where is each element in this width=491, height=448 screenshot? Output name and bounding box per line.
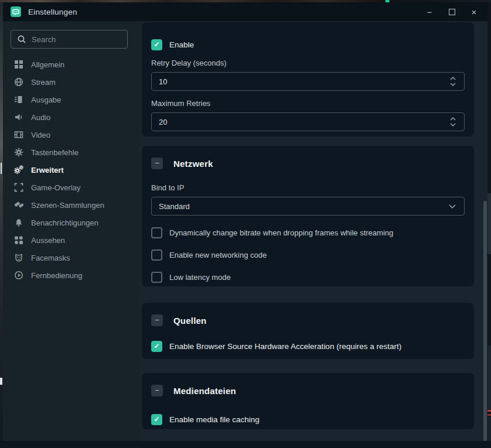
background-artifact xyxy=(1,163,2,174)
bell-icon xyxy=(14,218,23,227)
sidebar-item-label: Benachrichtigungen xyxy=(31,218,98,227)
background-artifact xyxy=(0,378,2,385)
background-red-line xyxy=(487,410,491,412)
sidebar-item-facemasks[interactable]: Facemasks xyxy=(3,249,139,266)
stepper-up-button[interactable] xyxy=(449,116,457,122)
section-connection: ✓ Enable Retry Delay (seconds) Maximum R… xyxy=(142,22,474,136)
window-controls: − × xyxy=(418,2,485,21)
browser-hw-accel-checkbox[interactable]: ✓ xyxy=(151,341,162,352)
search-input[interactable] xyxy=(32,35,122,44)
sidebar-item-benachrichtigungen[interactable]: Benachrichtigungen xyxy=(3,214,139,231)
retry-delay-label: Retry Delay (seconds) xyxy=(151,59,465,67)
expand-icon xyxy=(14,183,23,192)
sidebar-item-label: Tastenbefehle xyxy=(31,148,79,157)
desktop-background-bottom xyxy=(0,441,491,448)
section-header: − Quellen xyxy=(151,314,465,326)
stepper xyxy=(449,76,457,87)
stepper-up-button[interactable] xyxy=(449,76,457,81)
stepper-down-button[interactable] xyxy=(449,81,457,87)
search-box[interactable] xyxy=(11,30,128,49)
mask-icon xyxy=(14,253,23,262)
low-latency-checkbox[interactable] xyxy=(151,272,162,283)
close-button[interactable]: × xyxy=(463,2,485,21)
section-header: − Mediendateien xyxy=(151,385,465,396)
max-retries-input[interactable] xyxy=(152,113,449,131)
sidebar-item-label: Allgemein xyxy=(31,60,64,69)
sidebar-item-label: Erweitert xyxy=(31,166,64,175)
enable-row: ✓ Enable xyxy=(151,39,465,50)
bind-to-ip-label: Bind to IP xyxy=(151,183,465,192)
max-retries-label: Maximum Retries xyxy=(151,99,465,108)
sidebar-item-video[interactable]: Video xyxy=(3,126,139,143)
section-title: Quellen xyxy=(173,316,206,326)
stepper-down-button[interactable] xyxy=(449,122,457,128)
sidebar-item-erweitert[interactable]: Erweitert xyxy=(3,161,139,179)
max-retries-field xyxy=(151,112,465,131)
gears-icon xyxy=(14,165,23,175)
collapse-button[interactable]: − xyxy=(151,314,163,326)
background-block xyxy=(487,346,491,410)
sidebar-item-aussehen[interactable]: Aussehen xyxy=(3,231,139,249)
maximize-button[interactable] xyxy=(441,2,463,21)
appearance-icon xyxy=(14,235,23,245)
sidebar-item-stream[interactable]: Stream xyxy=(3,73,139,91)
background-block xyxy=(487,193,491,254)
sidebar: Allgemein Stream Ausgabe xyxy=(3,21,139,441)
section-sources: − Quellen ✓ Enable Browser Source Hardwa… xyxy=(142,303,474,359)
retry-delay-input[interactable] xyxy=(152,73,449,90)
scenes-icon xyxy=(14,200,23,210)
sidebar-item-szenen-sammlungen[interactable]: Szenen-Sammlungen xyxy=(3,196,139,214)
sidebar-item-ausgabe[interactable]: Ausgabe xyxy=(3,91,139,108)
section-title: Mediendateien xyxy=(173,386,236,396)
checkbox-row: Low latency mode xyxy=(151,272,465,283)
background-red-line xyxy=(487,414,491,416)
checkbox-row: ✓ Enable Browser Source Hardware Acceler… xyxy=(151,341,465,352)
checkbox-label: Dynamically change bitrate when dropping… xyxy=(169,228,393,237)
window-body: Allgemein Stream Ausgabe xyxy=(3,21,487,441)
sidebar-item-audio[interactable]: Audio xyxy=(3,108,139,126)
new-networking-code-checkbox[interactable] xyxy=(151,249,162,261)
media-file-caching-checkbox[interactable]: ✓ xyxy=(151,414,162,425)
section-header: − Netzwerk xyxy=(151,158,465,169)
section-title: Netzwerk xyxy=(173,159,213,169)
scrollbar[interactable] xyxy=(483,201,487,441)
checkbox-row: ✓ Enable media file caching xyxy=(151,414,465,425)
output-icon xyxy=(14,95,23,104)
globe-icon xyxy=(14,77,23,87)
app-logo-icon xyxy=(11,6,21,17)
maximize-icon xyxy=(449,9,455,15)
checkbox-row: Dynamically change bitrate when dropping… xyxy=(151,227,465,238)
sidebar-item-label: Szenen-Sammlungen xyxy=(31,201,104,210)
sidebar-item-label: Stream xyxy=(31,78,56,87)
sidebar-item-fernbedienung[interactable]: Fernbedienung xyxy=(3,266,139,284)
sidebar-item-tastenbefehle[interactable]: Tastenbefehle xyxy=(3,143,139,161)
desktop-background-right xyxy=(487,2,491,448)
speaker-icon xyxy=(14,112,23,122)
settings-window: Einstellungen − × xyxy=(3,2,487,441)
retry-delay-field xyxy=(151,72,465,91)
minimize-icon: − xyxy=(427,7,432,17)
sidebar-item-game-overlay[interactable]: Game-Overlay xyxy=(3,179,139,196)
bind-to-ip-select[interactable]: Standard xyxy=(151,197,465,216)
checkbox-row: Enable new networking code xyxy=(151,249,465,261)
desktop: Einstellungen − × xyxy=(0,0,491,448)
select-value: Standard xyxy=(152,202,449,211)
sidebar-item-label: Facemasks xyxy=(31,254,70,262)
sidebar-menu: Allgemein Stream Ausgabe xyxy=(3,56,139,284)
enable-checkbox[interactable]: ✓ xyxy=(151,39,162,50)
sidebar-item-label: Aussehen xyxy=(31,236,65,245)
checkbox-label: Enable new networking code xyxy=(169,251,267,259)
minimize-button[interactable]: − xyxy=(418,2,441,21)
gear-icon xyxy=(14,148,23,157)
film-icon xyxy=(14,130,23,139)
collapse-button[interactable]: − xyxy=(151,158,163,169)
settings-content: ✓ Enable Retry Delay (seconds) Maximum R… xyxy=(139,21,487,441)
search-icon xyxy=(17,35,26,44)
dynamic-bitrate-checkbox[interactable] xyxy=(151,227,162,238)
section-media: − Mediendateien ✓ Enable media file cach… xyxy=(142,373,474,429)
close-icon: × xyxy=(472,7,477,17)
sidebar-item-label: Video xyxy=(31,131,50,139)
section-network: − Netzwerk Bind to IP Standard Dynamical… xyxy=(142,146,474,286)
collapse-button[interactable]: − xyxy=(151,385,163,396)
sidebar-item-allgemein[interactable]: Allgemein xyxy=(3,56,139,73)
